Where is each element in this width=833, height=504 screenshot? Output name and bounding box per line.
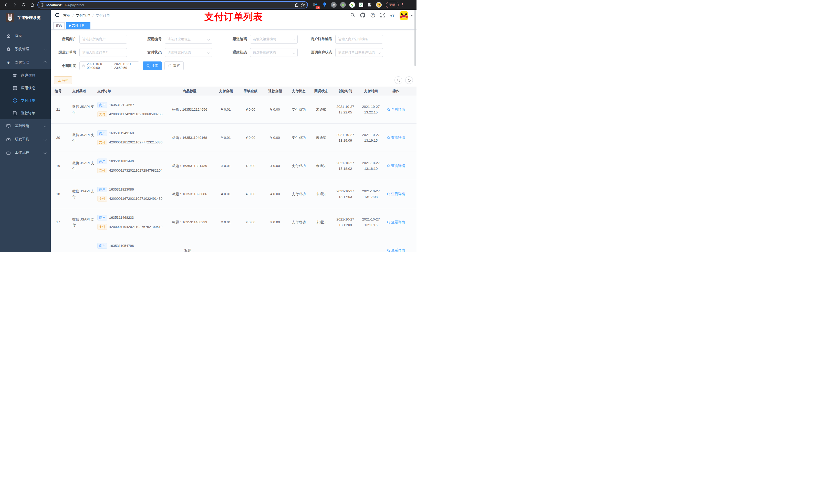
pay-amount: ¥ 0.01	[214, 163, 238, 169]
merchant-order-no: 1635312124657	[109, 102, 134, 108]
chevron-down-icon	[44, 124, 46, 127]
extension-command-icon[interactable]: ⌘	[331, 2, 337, 8]
view-detail-link[interactable]: 查看详情	[387, 107, 405, 113]
browser-menu-icon[interactable]: ⋮	[401, 4, 404, 6]
sidebar-item-home[interactable]: 首页	[0, 29, 51, 43]
refund-status-select[interactable]: 请选择退款状态	[250, 48, 298, 57]
search-button[interactable]: 搜索	[143, 62, 162, 70]
user-menu[interactable]	[400, 11, 413, 20]
browser-forward-button[interactable]	[11, 2, 18, 8]
extension-kite-icon[interactable]	[322, 2, 327, 8]
export-button[interactable]: 导出	[54, 76, 72, 84]
view-detail-link[interactable]: 查看详情	[387, 219, 405, 225]
app-select[interactable]: 请选择应用信息	[165, 35, 212, 44]
browser-home-button[interactable]	[29, 2, 35, 8]
merchant-tag: 商户	[97, 159, 107, 164]
sidebar-menu: 首页 系统管理 ¥ 支付管理 商户信息	[0, 29, 51, 159]
notify-status-select[interactable]: 请选择订单回调商户状态	[335, 48, 383, 57]
view-detail-link[interactable]: 查看详情	[387, 135, 405, 141]
font-size-icon[interactable]: ᴛT	[390, 14, 395, 18]
action-cell: 查看详情	[384, 163, 408, 169]
app-logo[interactable]: 芋道管理系统	[0, 10, 51, 26]
chevron-up-icon	[44, 61, 46, 64]
monitor-icon	[6, 124, 11, 128]
sidebar-fold-icon[interactable]	[54, 13, 60, 19]
search-icon[interactable]	[351, 13, 355, 19]
refresh-button[interactable]	[405, 76, 413, 84]
yen-icon: ¥	[6, 60, 11, 65]
page-scrollbar[interactable]	[414, 10, 416, 66]
address-bar[interactable]: localhost:1024/pay/order	[38, 1, 308, 8]
channel-code-select[interactable]: 请输入渠道编码	[250, 35, 298, 44]
search-icon	[387, 108, 390, 111]
site-info-icon[interactable]	[41, 3, 44, 7]
sidebar-item-refund-order[interactable]: 退款订单	[0, 107, 51, 119]
refund-amount: ¥ 0.00	[263, 107, 287, 113]
breadcrumb-home[interactable]: 首页	[63, 13, 70, 18]
action-cell: 查看详情	[384, 107, 408, 113]
extension-recorder-icon[interactable]	[340, 2, 346, 8]
create-time: 2021-10-2713:18:02	[332, 160, 358, 172]
tag-home[interactable]: 首页	[53, 22, 65, 29]
hide-search-button[interactable]	[395, 76, 402, 84]
pay-time: 2021-10-2713:17:08	[358, 189, 384, 200]
tag-pay-order[interactable]: 支付订单 ×	[66, 22, 90, 29]
pay-order-cell: 商户 1635311823086 支付 42000011672021102710…	[97, 187, 165, 201]
sidebar-item-pay[interactable]: ¥ 支付管理	[0, 56, 51, 69]
reset-button[interactable]: 重置	[164, 62, 184, 70]
chevron-down-icon	[378, 51, 381, 54]
navbar-actions: ? ᴛT	[351, 11, 413, 20]
pay-time: 2021-10-2713:19:15	[358, 132, 384, 143]
create-time: 2021-10-2713:11:08	[332, 217, 358, 228]
filter-refund-status: 退款状态 请选择退款状态	[224, 48, 310, 57]
merchant-order-input[interactable]: 请输入商户订单编号	[335, 35, 383, 44]
fullscreen-icon[interactable]	[380, 13, 385, 19]
logo-image	[6, 13, 14, 22]
sidebar-item-infra[interactable]: 基础设施	[0, 119, 51, 133]
date-range-picker[interactable]: 2021-10-01 00:00:00 - 2021-10-31 23:59:5…	[79, 62, 139, 70]
extensions-puzzle-icon[interactable]	[367, 2, 373, 8]
view-detail-link[interactable]: 查看详情	[387, 191, 405, 197]
sidebar-item-system[interactable]: 系统管理	[0, 43, 51, 56]
view-detail-link[interactable]: 查看详情	[387, 248, 405, 252]
channel-order-input[interactable]: 请输入渠道订单号	[79, 48, 127, 57]
pay-channel: 微信 JSAPI 支付	[66, 189, 97, 200]
search-icon	[387, 193, 390, 196]
pay-channel: 微信 JSAPI 支付	[66, 104, 97, 115]
breadcrumb-pay[interactable]: 支付管理	[76, 13, 90, 18]
merchant-tag: 商户	[97, 215, 107, 220]
sidebar-item-workflow[interactable]: 工作流程	[0, 146, 51, 159]
top-navbar: 首页 / 支付管理 / 支付订单 支付订单列表 ?	[51, 10, 416, 22]
dashboard-icon	[6, 34, 11, 38]
extension-y-icon[interactable]: y	[349, 2, 355, 8]
github-icon[interactable]	[360, 13, 365, 19]
merchant-tag: 商户	[97, 187, 107, 192]
browser-reload-button[interactable]	[20, 2, 27, 8]
extension-devtools-icon[interactable]: 10	[312, 2, 318, 8]
pay-status-select[interactable]: 请选择支付状态	[165, 48, 212, 57]
close-icon[interactable]: ×	[86, 24, 88, 27]
browser-back-button[interactable]	[3, 2, 9, 8]
sidebar-item-merchant-info[interactable]: 商户信息	[0, 69, 51, 82]
pay-channel: 微信 JSAPI 支付	[66, 132, 97, 143]
app-title: 芋道管理系统	[18, 15, 41, 20]
filter-channel-code: 渠道编码 请输入渠道编码	[224, 35, 310, 44]
view-detail-link[interactable]: 查看详情	[387, 163, 405, 169]
table-row: 21 微信 JSAPI 支付 商户 1635312124657 支付 42000…	[51, 96, 416, 124]
sidebar-item-app-info[interactable]: 应用信息	[0, 82, 51, 94]
channel-order-no: 4200001173202110272847982104	[109, 168, 162, 173]
profile-avatar-icon[interactable]	[376, 2, 382, 8]
sidebar-item-pay-order[interactable]: ¥ 支付订单	[0, 94, 51, 107]
bookmark-star-icon[interactable]	[301, 3, 305, 7]
merchant-order-no: 1635311949168	[109, 130, 134, 136]
product-title: 标题：	[165, 248, 214, 252]
extension-chat-icon[interactable]	[359, 3, 363, 7]
table-row: 20 微信 JSAPI 支付 商户 1635311949168 支付 42000…	[51, 124, 416, 152]
merchant-select[interactable]: 请选择所属商户	[79, 35, 127, 44]
browser-update-button[interactable]: 更新	[386, 2, 399, 8]
sidebar-item-devtools[interactable]: 研发工具	[0, 133, 51, 146]
share-icon[interactable]	[295, 3, 299, 7]
toolbox-icon	[6, 138, 11, 141]
help-icon[interactable]: ?	[371, 13, 375, 19]
filter-merchant-order-no: 商户订单编号 请输入商户订单编号	[310, 35, 395, 44]
